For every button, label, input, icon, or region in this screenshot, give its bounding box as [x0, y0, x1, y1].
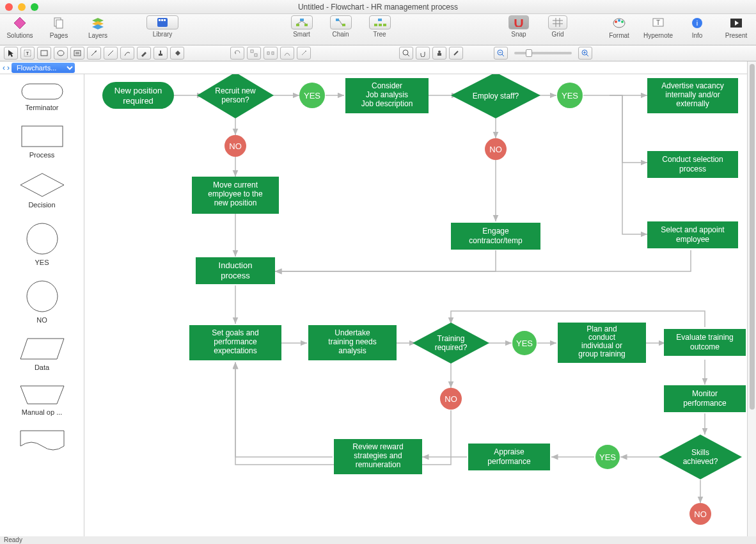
pen-tool[interactable] — [137, 47, 151, 60]
info-button[interactable]: iInfo — [682, 15, 712, 39]
svg-text:Review reward: Review reward — [352, 442, 403, 451]
eyedropper-tool[interactable] — [449, 47, 463, 60]
svg-text:employee: employee — [676, 235, 709, 244]
pointer-tool[interactable] — [4, 47, 18, 60]
present-button[interactable]: Present — [721, 15, 751, 39]
svg-text:T: T — [26, 51, 29, 56]
node-conduct-selection[interactable]: Conduct selectionprocess — [647, 151, 738, 178]
svg-text:strategies and: strategies and — [354, 451, 402, 460]
node-no-4[interactable]: NO — [689, 503, 711, 525]
node-yes-2[interactable]: YES — [557, 83, 583, 108]
zoom-in-tool[interactable] — [399, 47, 413, 60]
connect-tool[interactable] — [280, 47, 294, 60]
palette-terminator[interactable]: Terminator — [0, 83, 84, 111]
nav-back[interactable]: ‹ — [3, 63, 5, 72]
pages-button[interactable]: Pages — [44, 15, 74, 39]
line-tool[interactable] — [87, 47, 101, 60]
node-engage[interactable]: Engagecontractor/temp — [451, 223, 540, 250]
svg-text:contractor/temp: contractor/temp — [469, 236, 523, 245]
flowchart-svg: New position required Recruit new person… — [96, 74, 748, 535]
node-plan[interactable]: Plan andconductindividual orgroup traini… — [558, 323, 646, 363]
node-recruit[interactable]: Recruit new person? — [197, 74, 274, 118]
vertical-scrollbar[interactable] — [747, 61, 756, 536]
solutions-button[interactable]: Solutions — [5, 15, 35, 39]
svg-marker-5 — [92, 24, 104, 29]
svg-rect-2 — [56, 20, 63, 28]
palette-decision[interactable]: Decision — [0, 173, 84, 209]
node-select-appoint[interactable]: Select and appointemployee — [647, 221, 738, 248]
svg-rect-66 — [22, 84, 63, 99]
main-toolbar: Solutions Pages Layers Library Smart Cha… — [0, 14, 756, 45]
node-appraise[interactable]: Appraiseperformance — [468, 444, 550, 470]
svg-point-69 — [27, 223, 58, 254]
node-setgoals[interactable]: Set goals andperformanceexpectations — [189, 325, 281, 360]
distribute-tool[interactable] — [264, 47, 278, 60]
stamp-tool[interactable] — [154, 47, 168, 60]
node-yes-1[interactable]: YES — [299, 83, 325, 108]
ellipse-tool[interactable] — [54, 47, 68, 60]
palette-process[interactable]: Process — [0, 125, 84, 159]
svg-text:NO: NO — [489, 145, 502, 154]
node-monitor[interactable]: Monitorperformance — [664, 385, 746, 412]
svg-text:Employ staff?: Employ staff? — [473, 92, 519, 100]
crop-tool[interactable] — [432, 47, 446, 60]
smart-button[interactable]: Smart — [287, 15, 317, 38]
svg-text:outcome: outcome — [690, 342, 720, 351]
zoom-in-button[interactable] — [578, 47, 592, 60]
segment-tool[interactable] — [104, 47, 118, 60]
text-tool[interactable]: T — [20, 47, 35, 60]
hypernote-button[interactable]: THypernote — [643, 15, 673, 39]
undo-tool[interactable] — [230, 47, 244, 60]
snap-button[interactable]: Snap — [504, 15, 533, 38]
hand-tool[interactable] — [416, 47, 430, 60]
node-yes-3[interactable]: YES — [512, 331, 537, 355]
library-selector[interactable]: Flowcharts... — [12, 63, 75, 73]
svg-text:performance: performance — [683, 399, 727, 408]
svg-text:Select and appoint: Select and appoint — [661, 225, 725, 234]
svg-text:YES: YES — [304, 91, 320, 100]
svg-text:required?: required? — [435, 343, 468, 352]
palette-manual-op[interactable]: Manual op ... — [0, 385, 84, 416]
flowchart-canvas[interactable]: New position required Recruit new person… — [96, 74, 747, 525]
nav-forward[interactable]: › — [7, 63, 10, 72]
palette-no[interactable]: NO — [0, 280, 84, 324]
node-advertise[interactable]: Advertise vacancyinternally and/orextern… — [647, 78, 738, 113]
chain-button[interactable]: Chain — [326, 15, 356, 38]
node-move[interactable]: Move currentemployee to thenew position — [192, 177, 279, 214]
svg-text:employee to the: employee to the — [208, 189, 263, 198]
fill-tool[interactable] — [170, 47, 184, 60]
zoom-slider[interactable] — [514, 52, 572, 54]
node-no-2[interactable]: NO — [485, 138, 507, 160]
rect-tool[interactable] — [37, 47, 51, 60]
svg-line-65 — [587, 54, 588, 56]
tree-button[interactable]: Tree — [365, 15, 395, 38]
node-skills[interactable]: Skillsachieved? — [659, 435, 742, 479]
node-consider[interactable]: ConsiderJob analysisJob description — [345, 78, 429, 113]
node-new-position[interactable]: New position required — [102, 82, 174, 109]
node-induction[interactable]: Inductionprocess — [196, 257, 275, 284]
node-no-1[interactable]: NO — [224, 135, 246, 157]
palette-document[interactable] — [0, 430, 84, 452]
curve-tool[interactable] — [120, 47, 134, 60]
node-undertake[interactable]: Undertaketraining needsanalysis — [308, 325, 397, 360]
node-yes-4[interactable]: YES — [595, 445, 620, 469]
zoom-out-button[interactable] — [494, 47, 508, 60]
svg-rect-67 — [22, 126, 63, 147]
format-button[interactable]: Format — [604, 15, 634, 39]
svg-text:Undertake: Undertake — [335, 328, 370, 337]
node-review[interactable]: Review rewardstrategies andremuneration — [334, 439, 422, 474]
svg-rect-49 — [255, 54, 257, 56]
node-training[interactable]: Trainingrequired? — [413, 323, 489, 364]
node-employ[interactable]: Employ staff? — [451, 74, 540, 118]
align-tool[interactable] — [247, 47, 261, 60]
magic-tool[interactable] — [297, 47, 311, 60]
palette-yes[interactable]: YES — [0, 223, 84, 266]
node-no-3[interactable]: NO — [440, 388, 462, 410]
svg-text:new position: new position — [214, 198, 257, 207]
layers-button[interactable]: Layers — [83, 15, 113, 39]
palette-data[interactable]: Data — [0, 338, 84, 371]
grid-button[interactable]: Grid — [543, 15, 572, 38]
node-evaluate[interactable]: Evaluate trainingoutcome — [664, 329, 746, 356]
textbox-tool[interactable] — [70, 47, 84, 60]
library-button[interactable]: Library — [148, 15, 177, 38]
